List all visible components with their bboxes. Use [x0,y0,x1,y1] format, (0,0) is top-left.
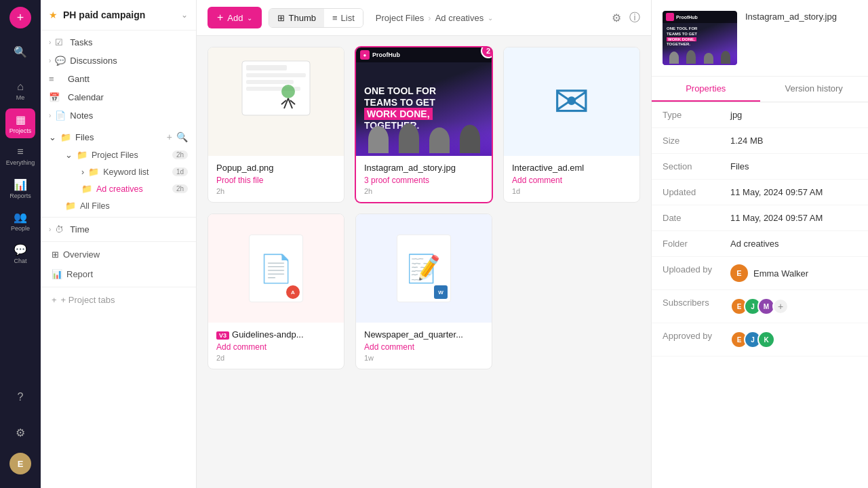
sidebar-ad-creatives[interactable]: 📁 Ad creatives 2h [71,180,196,197]
calendar-icon: 📅 [49,92,64,102]
nav-settings[interactable]: ⚙ [5,418,35,447]
file-name: Interactive_ad.eml [512,163,631,173]
sidebar-item-time[interactable]: › ⏱ Time [41,220,196,239]
chevron-down-icon: ⌄ [488,14,493,22]
sidebar-item-discussions[interactable]: › 💬 Discussions [41,52,196,70]
add-project-tabs[interactable]: + + Project tabs [41,290,196,310]
filter-icon[interactable]: ⚙ [612,12,621,24]
chevron-right-icon: › [49,57,51,64]
proof-file-link[interactable]: Proof this file [216,176,336,185]
file-thumbnail: ✉ [504,47,639,156]
file-card-popup-ad[interactable]: Popup_ad.png Proof this file 2h [208,47,344,203]
sidebar-all-files[interactable]: 📁 All Files [60,197,196,214]
time-icon: ⏱ [55,224,66,235]
overview-icon: ⊞ [52,249,59,260]
sidebar-project-files-item[interactable]: ⌄ 📁 Project Files 2h [60,146,196,163]
svg-rect-2 [246,73,306,77]
project-files-children: › 📁 Keyword list 1d 📁 Ad creatives 2h [60,163,196,197]
add-comment-link[interactable]: Add comment [216,342,336,352]
proof-comments-link[interactable]: 3 proof comments [364,176,484,185]
nav-search[interactable]: 🔍 [5,37,35,66]
nav-reports[interactable]: 📊 Reports [5,174,35,203]
list-view-button[interactable]: ≡ List [324,9,363,27]
icon-nav-top: ⌂ Me ▦ Projects ≡ Everything 📊 Reports 👥… [5,69,35,380]
add-file-icon[interactable]: + [167,131,172,142]
size-label: Size [663,136,730,146]
approved-avatars-row: E J K [730,331,857,348]
file-thumbnail: ● ProofHub ONE TOOL FORTEAMS TO GETWORK … [356,47,492,156]
sidebar-files-section[interactable]: ⌄ 📁 Files + 🔍 [41,127,196,146]
sidebar-item-gantt[interactable]: ≡ Gantt [41,70,196,88]
sidebar: ★ PH paid campaign ⌄ › ☑ Tasks › 💬 Discu… [41,0,197,488]
gantt-label: Gantt [68,74,90,84]
sidebar-report[interactable]: 📊 Report [41,264,196,284]
projects-icon: ▦ [16,113,26,126]
nav-projects[interactable]: ▦ Projects [5,108,35,138]
overview-label: Overview [63,249,100,260]
star-icon: ★ [49,9,58,20]
sidebar-project-files: ⌄ 📁 Project Files 2h › 📁 Keyword list 1d… [41,146,196,214]
add-comment-link[interactable]: Add comment [364,342,484,352]
updated-value: 11 May, 2024 09:57 AM [730,187,857,197]
tab-version-history[interactable]: Version history [760,77,869,102]
divider [41,241,196,242]
thumb-view-button[interactable]: ⊞ Thumb [269,9,323,27]
toolbar: + Add ⌄ ⊞ Thumb ≡ List Project Files › A… [197,0,651,36]
file-info: V3Guidelines-andp... Add comment 2d [208,323,344,369]
thumb-icon: ⊞ [277,13,285,23]
sidebar-overview[interactable]: ⊞ Overview [41,245,196,264]
file-name: Popup_ad.png [216,163,336,173]
preview-thumbnail: ProofHub ONE TOOL FORTEAMS TO GETWORK DO… [663,11,737,65]
file-card-newspaper-ad[interactable]: 📝 W Newspaper_ad_quarter... Add comment … [355,214,492,369]
right-panel: ProofHub ONE TOOL FORTEAMS TO GETWORK DO… [651,0,868,488]
search-file-icon[interactable]: 🔍 [176,131,188,142]
section-label: Section [663,161,730,171]
file-time: 1d [512,187,631,195]
subscribers-avatars: E J M + [730,298,857,315]
add-comment-link[interactable]: Add comment [512,176,631,185]
breadcrumb-project[interactable]: Project Files [376,13,425,23]
ad-creatives-badge: 2h [172,184,188,193]
version-badge: V3 [216,331,229,340]
file-card-interactive-ad[interactable]: ✉ Interactive_ad.eml Add comment 1d [503,47,640,203]
approved-avatars: E J K [730,331,857,348]
tab-properties[interactable]: Properties [652,77,760,102]
nav-everything[interactable]: ≡ Everything [5,141,35,171]
file-time: 2h [364,187,484,195]
nav-chat[interactable]: 💬 Chat [5,239,35,268]
report-label: Report [66,269,93,279]
info-icon[interactable]: ⓘ [629,11,640,25]
all-files-label: All Files [80,201,110,211]
preview-filename: Instagram_ad_story.jpg [745,11,837,23]
icon-nav: + 🔍 ⌂ Me ▦ Projects ≡ Everything 📊 Repor… [0,0,41,488]
section-value: Files [730,161,857,171]
project-header[interactable]: ★ PH paid campaign ⌄ [41,0,196,30]
file-info: Instagram_ad_story.jpg 3 proof comments … [356,156,492,202]
nav-me[interactable]: ⌂ Me [5,76,35,106]
prop-updated: Updated 11 May, 2024 09:57 AM [652,180,868,205]
nav-help[interactable]: ? [5,382,35,412]
folder-label: Folder [663,239,730,249]
uploader-avatar: E [730,264,748,282]
help-icon: ? [18,391,24,403]
file-card-instagram-ad[interactable]: ● ProofHub ONE TOOL FORTEAMS TO GETWORK … [355,47,492,203]
divider [41,287,196,287]
prop-date: Date 11 May, 2024 09:57 AM [652,205,868,231]
global-add-button[interactable]: + [9,7,31,28]
sidebar-item-tasks[interactable]: › ☑ Tasks [41,33,196,52]
file-name: Instagram_ad_story.jpg [364,163,484,173]
properties-list: Type jpg Size 1.24 MB Section Files Upda… [652,102,868,357]
sidebar-item-notes[interactable]: › 📄 Notes [41,106,196,125]
nav-people[interactable]: 👥 People [5,206,35,236]
add-subscriber-button[interactable]: + [772,298,789,314]
add-label: Add [227,13,243,23]
files-label: Files [75,132,94,142]
user-avatar[interactable]: E [9,453,31,474]
updated-label: Updated [663,187,730,197]
approved-label: Approved by [663,331,730,341]
file-card-guidelines[interactable]: 📄 A V3Guidelines-andp... Add comment 2d [208,214,344,369]
project-files-label: Project Files [92,150,138,160]
sidebar-keyword-list[interactable]: › 📁 Keyword list 1d [71,163,196,180]
sidebar-item-calendar[interactable]: 📅 Calendar [41,88,196,106]
add-button[interactable]: + Add ⌄ [208,7,262,28]
